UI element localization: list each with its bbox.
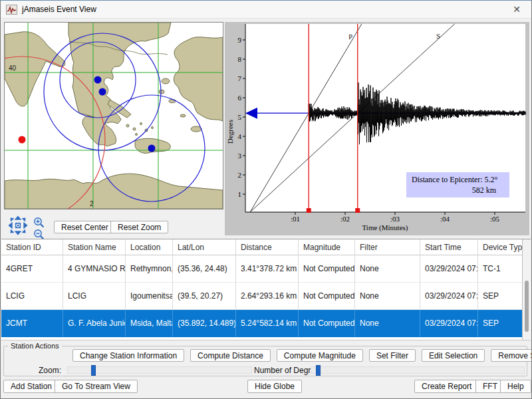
x-axis-title: Time (Minutes)	[362, 223, 408, 232]
cell-latlon: (35.892, 14.489)	[173, 310, 236, 337]
s-pick-handle	[355, 208, 360, 213]
y-tick-label: 5	[238, 113, 242, 121]
compute-magnitude-button[interactable]: Compute Magnitude	[277, 349, 363, 362]
column-header[interactable]: Filter	[355, 239, 420, 255]
zoom-slider[interactable]	[67, 366, 252, 374]
cell-distance: 3.41°378.72 km	[236, 255, 299, 283]
change-station-information-button[interactable]: Change Station Information	[72, 349, 184, 362]
scrollbar-thumb[interactable]	[525, 281, 529, 332]
reset-center-button[interactable]: Reset Center	[54, 221, 116, 233]
column-header[interactable]: Station ID	[1, 239, 63, 255]
station-dot-selected	[19, 136, 26, 144]
cell-filter: None	[355, 283, 420, 310]
cell-station-name: LCIG	[63, 283, 126, 310]
cell-station-name: 4 GYMNASIO RETH...	[63, 255, 126, 283]
pan-control-icon[interactable]	[7, 215, 29, 236]
cell-station-id: LCIG	[1, 283, 63, 310]
station-dot	[99, 88, 106, 96]
mediterranean-map	[5, 23, 223, 209]
title-bar: jAmaseis Event View ✕	[1, 1, 531, 19]
distance-annotation: Distance to Epicenter: 5.2° 582 km	[406, 172, 509, 198]
y-tick-label: 8	[238, 55, 242, 63]
y-tick-label: 1	[238, 190, 242, 198]
annotation-line2: 582 km	[472, 186, 497, 195]
x-tick-label: :04	[440, 215, 450, 223]
cell-start-time: 03/29/2024 07:12	[420, 283, 478, 310]
column-header[interactable]: Distance	[236, 239, 299, 255]
annotation-line1: Distance to Epicenter: 5.2°	[412, 175, 498, 184]
y-tick-label: 7	[238, 74, 242, 82]
station-actions-legend: Station Actions	[8, 342, 62, 350]
cell-filter: None	[355, 255, 420, 283]
table-row[interactable]: LCIG LCIG Igoumenitsa, G... (39.5, 20.27…	[1, 283, 531, 310]
cell-station-id: JCMT	[1, 310, 63, 337]
cell-start-time: 03/29/2024 07:12	[420, 255, 478, 283]
column-header[interactable]: Device Type	[478, 239, 523, 255]
x-tick-label: :01	[291, 215, 300, 223]
remove-station-button[interactable]: Remove Station	[491, 349, 532, 362]
y-tick-label: 3	[238, 152, 242, 160]
cell-start-time: 03/29/2024 07:13	[420, 310, 478, 337]
p-pick-handle	[307, 208, 311, 213]
y-tick-label: 9	[238, 36, 242, 44]
map-panel[interactable]: 40 2	[4, 22, 223, 209]
station-dot	[94, 76, 102, 84]
station-table: Station ID Station Name Location Lat/Lon…	[1, 239, 531, 340]
x-tick-label: :03	[390, 215, 400, 223]
close-icon[interactable]: ✕	[507, 3, 526, 16]
seismogram-panel[interactable]: Degrees Time (Minutes) P S Distance to E…	[225, 22, 529, 235]
y-tick-label: 2	[238, 171, 242, 179]
latitude-label: 40	[9, 65, 16, 72]
reset-zoom-button[interactable]: Reset Zoom	[110, 221, 168, 233]
y-tick-label: 4	[238, 132, 242, 140]
compute-distance-button[interactable]: Compute Distance	[190, 349, 271, 362]
edit-selection-button[interactable]: Edit Selection	[422, 349, 485, 362]
column-header[interactable]: Magnitude	[299, 239, 355, 255]
create-report-button[interactable]: Create Report	[414, 380, 479, 393]
cell-device-type: SEP	[478, 310, 523, 337]
window-title: jAmaseis Event View	[22, 5, 96, 14]
station-actions-buttons: Change Station Information Compute Dista…	[72, 349, 532, 362]
column-header[interactable]: Station Name	[63, 239, 126, 255]
hide-globe-button[interactable]: Hide Globe	[247, 380, 302, 393]
zoom-slider-label: Zoom:	[39, 366, 61, 375]
column-header[interactable]: Location	[126, 239, 173, 255]
table-row-selected[interactable]: JCMT G. F. Abela Junior ... Msida, Malta…	[1, 310, 531, 337]
jamaseis-event-view-window: jAmaseis Event View ✕	[0, 0, 532, 399]
cell-magnitude: Not Computed	[299, 310, 355, 337]
cell-station-name: G. F. Abela Junior ...	[63, 310, 126, 337]
cell-distance: 5.24°582.14 km	[236, 310, 299, 337]
set-filter-button[interactable]: Set Filter	[369, 349, 416, 362]
column-header[interactable]: Start Time	[420, 239, 478, 255]
cell-magnitude: Not Computed	[299, 283, 355, 310]
y-tick-label: 6	[238, 94, 242, 102]
cell-location: Msida, Malta	[126, 310, 173, 337]
p-curve-label: P	[348, 33, 352, 41]
cell-latlon: (39.5, 20.27)	[173, 283, 236, 310]
cell-location: Igoumenitsa, G...	[126, 283, 173, 310]
column-header[interactable]: Lat/Lon	[173, 239, 236, 255]
map-zoom-in-icon[interactable]	[33, 217, 45, 228]
cell-magnitude: Not Computed	[299, 255, 355, 283]
cell-location: Rethymnon, GR	[126, 255, 173, 283]
cell-device-type: TC-1	[478, 255, 523, 283]
cell-device-type: SEP	[478, 283, 523, 310]
seismogram-chart: Degrees Time (Minutes) P S Distance to E…	[225, 22, 529, 235]
cell-latlon: (35.36, 24.48)	[173, 255, 236, 283]
table-header-row: Station ID Station Name Location Lat/Lon…	[1, 239, 531, 255]
cell-station-id: 4GRET	[1, 255, 63, 283]
degrees-slider[interactable]	[311, 366, 525, 374]
table-row[interactable]: 4GRET 4 GYMNASIO RETH... Rethymnon, GR (…	[1, 255, 531, 283]
longitude-label: 2	[90, 201, 94, 207]
station-dot	[148, 145, 156, 152]
app-icon	[6, 5, 17, 15]
degrees-slider-thumb[interactable]	[316, 365, 321, 376]
table-scrollbar[interactable]	[522, 239, 531, 340]
cell-filter: None	[355, 310, 420, 337]
x-tick-label: :02	[340, 215, 350, 223]
y-axis-title: Degrees	[226, 120, 234, 144]
help-button[interactable]: Help	[500, 380, 531, 393]
go-to-stream-view-button[interactable]: Go To Stream View	[55, 380, 138, 393]
zoom-slider-thumb[interactable]	[91, 365, 96, 376]
add-station-button[interactable]: Add Station	[3, 380, 59, 393]
